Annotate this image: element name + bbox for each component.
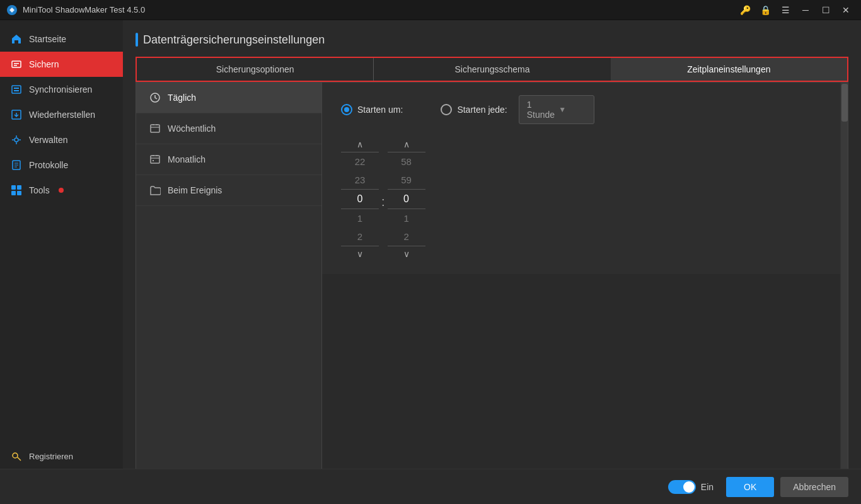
nav-label-beim-ereignis: Beim Ereignis	[168, 185, 222, 195]
key-icon-btn[interactable]: 🔑	[736, 3, 754, 18]
schedule-right: Starten um: Starten jede: 1 Stunde ▼	[322, 83, 848, 274]
clock-icon	[149, 91, 161, 104]
hours-current[interactable]: 0	[341, 189, 379, 209]
svg-rect-13	[17, 191, 21, 195]
sidebar-item-startseite[interactable]: Startseite	[0, 26, 123, 52]
chevron-down-icon: ▼	[558, 105, 586, 114]
sidebar: Startseite Sichern Synchronisieren	[0, 20, 123, 504]
hours-down-arrow[interactable]: ∨	[349, 246, 371, 261]
page-title-bar: Datenträgersicherungseinstellungen	[136, 33, 848, 47]
titlebar: MiniTool ShadowMaker Test 4.5.0 🔑 🔒 ☰ ─ …	[0, 0, 861, 20]
toggle-switch[interactable]	[668, 480, 696, 494]
svg-rect-5	[14, 88, 19, 89]
toggle-thumb	[683, 481, 695, 493]
minutes-current[interactable]: 0	[388, 189, 425, 209]
toggle-row: Ein	[668, 480, 714, 494]
sidebar-label-wiederherstellen: Wiederherstellen	[29, 110, 95, 120]
scrollbar[interactable]	[840, 83, 848, 491]
svg-rect-18	[151, 156, 159, 163]
minutes-list: 58 59 0 1 2	[388, 152, 425, 246]
restore-icon	[10, 108, 23, 121]
app-body: Startseite Sichern Synchronisieren	[0, 20, 861, 504]
nav-taeglich[interactable]: Täglich	[136, 83, 321, 113]
svg-rect-19	[153, 160, 154, 161]
page-title: Datenträgersicherungseinstellungen	[143, 33, 325, 47]
sidebar-label-synchronisieren: Synchronisieren	[29, 84, 92, 94]
svg-rect-1	[12, 61, 21, 67]
sidebar-label-sichern: Sichern	[29, 59, 59, 69]
key-icon	[10, 450, 23, 462]
sidebar-label-tools: Tools	[29, 185, 50, 195]
radio-starten-um-label: Starten um:	[357, 105, 403, 115]
schedule-right-wrapper: Starten um: Starten jede: 1 Stunde ▼	[322, 83, 848, 491]
minimize-btn[interactable]: ─	[797, 3, 814, 18]
svg-point-8	[14, 138, 18, 142]
tab-zeitplaneinstellungen[interactable]: Zeitplaneinstellungen	[611, 58, 847, 81]
calendar-week-icon	[149, 122, 161, 135]
sidebar-item-registrieren[interactable]: Registrieren	[0, 444, 123, 469]
lock-icon-btn[interactable]: 🔒	[756, 3, 774, 18]
logs-icon	[10, 159, 23, 171]
nav-label-monatlich: Monatlich	[168, 154, 205, 164]
nav-woechentlich[interactable]: Wöchentlich	[136, 113, 321, 144]
nav-label-taeglich: Täglich	[168, 93, 196, 103]
interval-value: 1 Stunde	[527, 100, 555, 120]
interval-dropdown[interactable]: 1 Stunde ▼	[519, 95, 594, 124]
cancel-button[interactable]: Abbrechen	[780, 477, 848, 497]
sidebar-item-sichern[interactable]: Sichern	[0, 52, 123, 77]
close-btn[interactable]: ✕	[837, 3, 855, 18]
hours-prev2: 22	[341, 152, 379, 171]
bottom-bar: Ein OK Abbrechen	[0, 469, 861, 504]
minutes-prev1: 59	[388, 171, 425, 189]
home-icon	[10, 33, 23, 45]
nav-beim-ereignis[interactable]: Beim Ereignis	[136, 175, 321, 206]
svg-rect-11	[17, 185, 21, 190]
manage-icon	[10, 134, 23, 146]
svg-rect-6	[14, 90, 19, 91]
minutes-up-arrow[interactable]: ∧	[395, 137, 418, 152]
accent-bar	[136, 33, 138, 47]
radio-starten-jede[interactable]: Starten jede: 1 Stunde ▼	[441, 95, 594, 124]
hours-up-arrow[interactable]: ∧	[349, 137, 371, 152]
sidebar-label-startseite: Startseite	[29, 34, 66, 44]
svg-rect-17	[151, 125, 159, 132]
sync-icon	[10, 83, 23, 96]
main-content: Datenträgersicherungseinstellungen Siche…	[123, 20, 861, 504]
hours-list: 22 23 0 1 2	[341, 152, 379, 246]
tab-sicherungsoptionen[interactable]: Sicherungsoptionen	[137, 58, 374, 81]
app-logo	[6, 4, 18, 16]
minutes-prev2: 58	[388, 152, 425, 171]
radio-starten-um[interactable]: Starten um:	[341, 104, 403, 115]
sidebar-item-verwalten[interactable]: Verwalten	[0, 127, 123, 152]
minutes-next1: 1	[388, 209, 425, 227]
maximize-btn[interactable]: ☐	[817, 3, 835, 18]
hours-column: ∧ 22 23 0 1 2 ∨	[341, 137, 379, 261]
tools-notification-dot	[59, 188, 64, 193]
scrollbar-thumb[interactable]	[841, 84, 848, 122]
sidebar-item-wiederherstellen[interactable]: Wiederherstellen	[0, 102, 123, 127]
time-colon: :	[379, 195, 388, 209]
hours-next2: 2	[341, 227, 379, 246]
svg-rect-2	[14, 63, 19, 64]
tab-sicherungsschema[interactable]: Sicherungsschema	[374, 58, 610, 81]
nav-label-woechentlich: Wöchentlich	[168, 123, 216, 134]
hours-next1: 1	[341, 209, 379, 227]
calendar-month-icon	[149, 153, 161, 166]
titlebar-left: MiniTool ShadowMaker Test 4.5.0	[6, 4, 145, 16]
titlebar-controls: 🔑 🔒 ☰ ─ ☐ ✕	[736, 3, 855, 18]
schedule-panel: Täglich Wöchentlich	[136, 82, 848, 491]
sidebar-item-synchronisieren[interactable]: Synchronisieren	[0, 77, 123, 102]
sidebar-item-tools[interactable]: Tools	[0, 178, 123, 203]
svg-rect-4	[12, 86, 21, 93]
minutes-column: ∧ 58 59 0 1 2 ∨	[388, 137, 425, 261]
schedule-nav: Täglich Wöchentlich	[136, 83, 322, 491]
menu-btn[interactable]: ☰	[777, 3, 794, 18]
ok-button[interactable]: OK	[726, 477, 774, 497]
toggle-label: Ein	[701, 482, 714, 492]
svg-rect-10	[11, 185, 16, 190]
nav-monatlich[interactable]: Monatlich	[136, 144, 321, 175]
sidebar-item-protokolle[interactable]: Protokolle	[0, 152, 123, 178]
minutes-down-arrow[interactable]: ∨	[395, 246, 418, 261]
radio-starten-jede-circle	[441, 104, 452, 115]
svg-point-14	[13, 453, 18, 458]
